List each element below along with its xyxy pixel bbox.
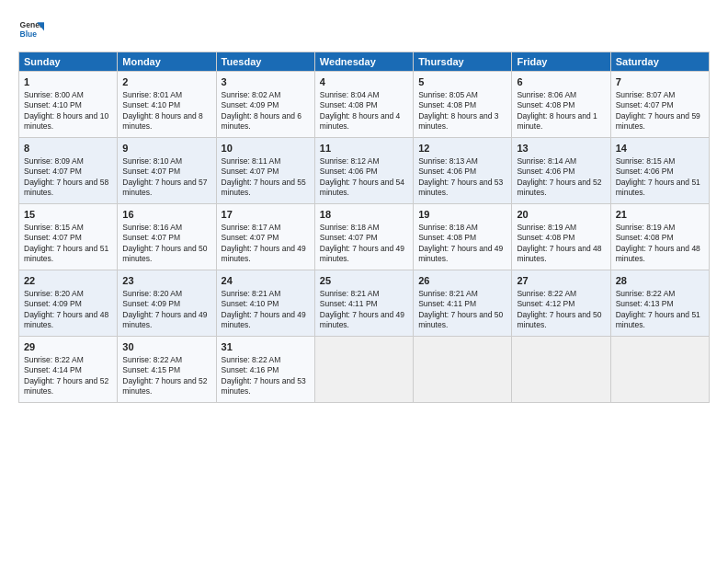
day-number: 8 — [24, 142, 112, 155]
sunset: Sunset: 4:10 PM — [122, 100, 180, 109]
calendar-cell: 11Sunrise: 8:12 AMSunset: 4:06 PMDayligh… — [314, 138, 413, 204]
daylight: Daylight: 7 hours and 58 minutes. — [24, 178, 108, 197]
logo: General Blue — [18, 17, 44, 42]
sunset: Sunset: 4:08 PM — [320, 100, 378, 109]
sunset: Sunset: 4:06 PM — [418, 167, 476, 176]
sunrise: Sunrise: 8:15 AM — [616, 156, 676, 166]
calendar-cell: 30Sunrise: 8:22 AMSunset: 4:15 PMDayligh… — [118, 337, 216, 403]
sunrise: Sunrise: 8:02 AM — [222, 90, 281, 99]
calendar-page: General Blue SundayMondayTuesdayWednesda… — [0, 0, 728, 563]
day-header-monday: Monday — [118, 52, 216, 72]
day-number: 1 — [24, 75, 112, 89]
sunset: Sunset: 4:08 PM — [418, 100, 476, 109]
day-number: 30 — [122, 340, 210, 354]
day-number: 21 — [616, 208, 704, 222]
daylight: Daylight: 7 hours and 52 minutes. — [24, 376, 108, 396]
daylight: Daylight: 7 hours and 51 minutes. — [616, 310, 700, 329]
day-header-wednesday: Wednesday — [314, 52, 413, 72]
sunrise: Sunrise: 8:22 AM — [24, 355, 84, 364]
day-number: 26 — [418, 274, 506, 288]
sunset: Sunset: 4:07 PM — [24, 233, 82, 242]
calendar-cell: 16Sunrise: 8:16 AMSunset: 4:07 PMDayligh… — [118, 204, 216, 270]
calendar-cell: 29Sunrise: 8:22 AMSunset: 4:14 PMDayligh… — [19, 337, 118, 403]
sunrise: Sunrise: 8:18 AM — [320, 223, 380, 232]
daylight: Daylight: 7 hours and 53 minutes. — [222, 376, 306, 396]
day-number: 24 — [222, 274, 310, 288]
daylight: Daylight: 7 hours and 51 minutes. — [24, 244, 108, 263]
daylight: Daylight: 7 hours and 51 minutes. — [616, 178, 700, 197]
day-number: 12 — [418, 142, 506, 155]
sunrise: Sunrise: 8:19 AM — [616, 223, 676, 232]
calendar-header: SundayMondayTuesdayWednesdayThursdayFrid… — [19, 52, 710, 72]
daylight: Daylight: 7 hours and 50 minutes. — [418, 310, 503, 329]
calendar-cell: 12Sunrise: 8:13 AMSunset: 4:06 PMDayligh… — [414, 138, 512, 204]
calendar-cell: 10Sunrise: 8:11 AMSunset: 4:07 PMDayligh… — [216, 138, 314, 204]
day-number: 10 — [222, 142, 310, 155]
calendar-table: SundayMondayTuesdayWednesdayThursdayFrid… — [18, 52, 710, 403]
sunrise: Sunrise: 8:06 AM — [517, 90, 576, 99]
sunrise: Sunrise: 8:10 AM — [122, 156, 182, 166]
sunrise: Sunrise: 8:17 AM — [222, 223, 281, 232]
daylight: Daylight: 7 hours and 50 minutes. — [517, 310, 601, 329]
sunset: Sunset: 4:08 PM — [418, 233, 476, 242]
sunset: Sunset: 4:06 PM — [616, 167, 674, 176]
calendar-cell: 13Sunrise: 8:14 AMSunset: 4:06 PMDayligh… — [512, 138, 610, 204]
calendar-cell: 6Sunrise: 8:06 AMSunset: 4:08 PMDaylight… — [512, 72, 610, 138]
day-number: 27 — [517, 274, 605, 288]
sunset: Sunset: 4:12 PM — [517, 299, 574, 308]
sunrise: Sunrise: 8:22 AM — [616, 289, 676, 298]
week-row-1: 1Sunrise: 8:00 AMSunset: 4:10 PMDaylight… — [19, 72, 710, 138]
calendar-cell: 22Sunrise: 8:20 AMSunset: 4:09 PMDayligh… — [19, 270, 118, 337]
daylight: Daylight: 7 hours and 49 minutes. — [222, 244, 306, 263]
daylight: Daylight: 7 hours and 55 minutes. — [222, 178, 306, 197]
day-number: 5 — [418, 75, 506, 89]
sunrise: Sunrise: 8:21 AM — [418, 289, 478, 298]
sunset: Sunset: 4:13 PM — [616, 299, 674, 308]
daylight: Daylight: 7 hours and 49 minutes. — [122, 310, 207, 329]
day-number: 7 — [616, 75, 704, 89]
sunset: Sunset: 4:09 PM — [222, 100, 279, 109]
svg-text:Blue: Blue — [20, 29, 38, 39]
daylight: Daylight: 8 hours and 10 minutes. — [24, 111, 108, 131]
calendar-cell — [414, 337, 512, 403]
sunset: Sunset: 4:11 PM — [418, 299, 476, 308]
day-number: 19 — [418, 208, 506, 222]
sunrise: Sunrise: 8:22 AM — [122, 355, 182, 364]
week-row-4: 22Sunrise: 8:20 AMSunset: 4:09 PMDayligh… — [19, 270, 710, 337]
day-number: 11 — [320, 142, 408, 155]
calendar-cell: 21Sunrise: 8:19 AMSunset: 4:08 PMDayligh… — [610, 204, 709, 270]
sunset: Sunset: 4:09 PM — [24, 299, 82, 308]
calendar-cell: 19Sunrise: 8:18 AMSunset: 4:08 PMDayligh… — [414, 204, 512, 270]
calendar-cell: 18Sunrise: 8:18 AMSunset: 4:07 PMDayligh… — [314, 204, 413, 270]
logo-icon: General Blue — [18, 17, 44, 42]
day-header-friday: Friday — [512, 52, 610, 72]
day-number: 14 — [616, 142, 704, 155]
sunrise: Sunrise: 8:22 AM — [517, 289, 576, 298]
sunset: Sunset: 4:10 PM — [24, 100, 82, 109]
calendar-cell: 31Sunrise: 8:22 AMSunset: 4:16 PMDayligh… — [216, 337, 314, 403]
daylight: Daylight: 7 hours and 59 minutes. — [616, 111, 700, 131]
sunrise: Sunrise: 8:21 AM — [222, 289, 281, 298]
sunrise: Sunrise: 8:22 AM — [222, 355, 281, 364]
sunrise: Sunrise: 8:14 AM — [517, 156, 576, 166]
daylight: Daylight: 8 hours and 6 minutes. — [222, 111, 301, 131]
sunrise: Sunrise: 8:12 AM — [320, 156, 380, 166]
day-number: 18 — [320, 208, 408, 222]
sunrise: Sunrise: 8:07 AM — [616, 90, 676, 99]
calendar-cell: 8Sunrise: 8:09 AMSunset: 4:07 PMDaylight… — [19, 138, 118, 204]
sunset: Sunset: 4:07 PM — [122, 233, 180, 242]
day-header-tuesday: Tuesday — [216, 52, 314, 72]
calendar-cell: 3Sunrise: 8:02 AMSunset: 4:09 PMDaylight… — [216, 72, 314, 138]
day-number: 31 — [222, 340, 310, 354]
calendar-body: 1Sunrise: 8:00 AMSunset: 4:10 PMDaylight… — [19, 72, 710, 403]
daylight: Daylight: 7 hours and 49 minutes. — [320, 310, 404, 329]
calendar-cell: 26Sunrise: 8:21 AMSunset: 4:11 PMDayligh… — [414, 270, 512, 337]
calendar-cell: 7Sunrise: 8:07 AMSunset: 4:07 PMDaylight… — [610, 72, 709, 138]
day-number: 3 — [222, 75, 310, 89]
sunset: Sunset: 4:07 PM — [24, 167, 82, 176]
sunset: Sunset: 4:07 PM — [222, 233, 279, 242]
daylight: Daylight: 7 hours and 54 minutes. — [320, 178, 404, 197]
daylight: Daylight: 8 hours and 1 minute. — [517, 111, 597, 131]
sunset: Sunset: 4:08 PM — [616, 233, 674, 242]
day-header-thursday: Thursday — [414, 52, 512, 72]
